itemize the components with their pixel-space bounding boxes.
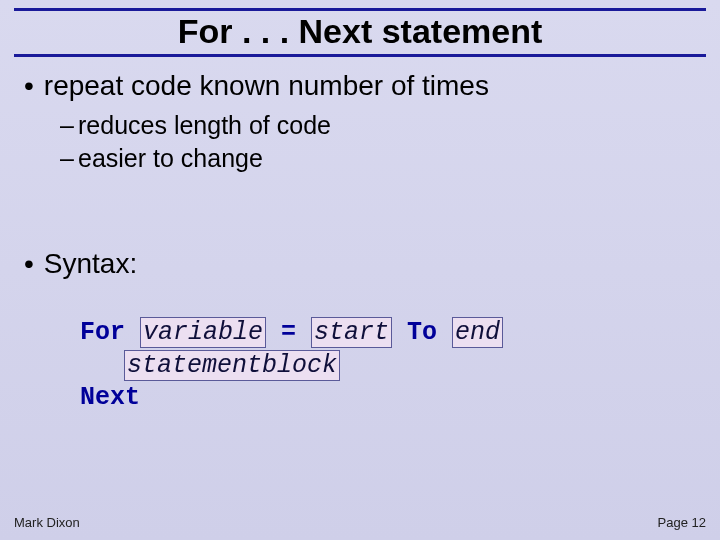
slide-content: • repeat code known number of times –red… (24, 68, 696, 415)
bullet-main-1-text: repeat code known number of times (44, 68, 489, 103)
sub-bullets: –reduces length of code –easier to chang… (60, 109, 696, 174)
ph-end: end (452, 317, 503, 348)
bullet-sub-1-text: reduces length of code (78, 111, 331, 139)
code-line-2: statementblock (80, 350, 696, 383)
code-line-1: For variable = start To end (80, 317, 696, 350)
title-underline (14, 54, 706, 57)
kw-to: To (392, 318, 452, 347)
footer-page: Page 12 (658, 515, 706, 530)
ph-statementblock: statementblock (124, 350, 340, 381)
eq-sign: = (266, 318, 311, 347)
bullet-sub-2-text: easier to change (78, 144, 263, 172)
code-line-3: Next (80, 382, 696, 415)
slide-title: For . . . Next statement (0, 12, 720, 51)
dash-icon: – (60, 142, 78, 175)
bullet-main-1: • repeat code known number of times (24, 68, 696, 103)
bullet-dot-icon: • (24, 246, 34, 281)
kw-for: For (80, 318, 125, 347)
bullet-main-2-text: Syntax: (44, 246, 137, 281)
syntax-code: For variable = start To end statementblo… (80, 317, 696, 415)
top-rule (14, 8, 706, 11)
dash-icon: – (60, 109, 78, 142)
ph-variable: variable (140, 317, 266, 348)
bullet-sub-1: –reduces length of code (60, 109, 696, 142)
kw-next: Next (80, 383, 140, 412)
ph-start: start (311, 317, 392, 348)
bullet-dot-icon: • (24, 68, 34, 103)
footer-author: Mark Dixon (14, 515, 80, 530)
bullet-sub-2: –easier to change (60, 142, 696, 175)
bullet-main-2: • Syntax: (24, 246, 696, 281)
